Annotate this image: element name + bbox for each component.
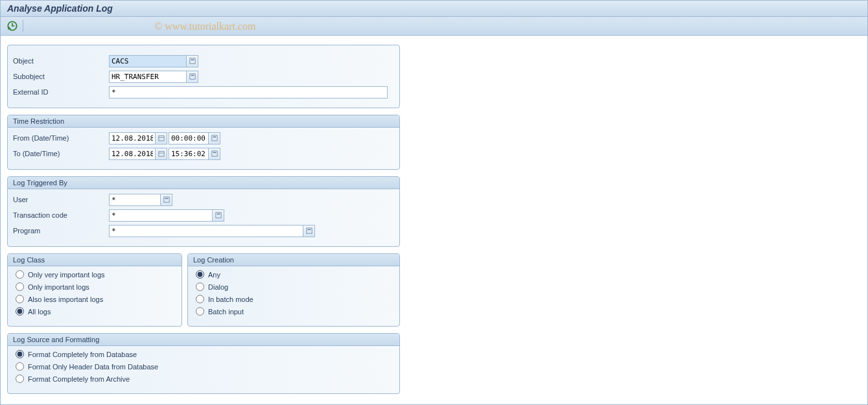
user-label: User — [13, 196, 109, 203]
toolbar-separator — [23, 20, 23, 32]
svg-rect-11 — [211, 151, 217, 156]
log-class-opt3-radio[interactable] — [16, 295, 24, 303]
execute-icon — [6, 20, 18, 32]
log-creation-opt2-label[interactable]: Dialog — [208, 283, 228, 291]
log-class-opt1-label[interactable]: Only very important logs — [28, 271, 105, 279]
tcode-input[interactable] — [109, 209, 213, 222]
from-date-f4-button[interactable] — [156, 132, 167, 145]
log-class-opt3-label[interactable]: Also less important logs — [28, 295, 103, 303]
log-source-opt2-label[interactable]: Format Only Header Data from Database — [28, 363, 158, 371]
execute-button[interactable] — [6, 19, 19, 32]
log-source-group: Log Source and Formatting Format Complet… — [7, 333, 400, 394]
log-triggered-group: Log Triggered By User Transaction code — [7, 176, 400, 247]
svg-rect-9 — [158, 152, 163, 157]
log-creation-opt3-radio[interactable] — [196, 295, 204, 303]
from-label: From (Date/Time) — [13, 134, 109, 142]
log-class-opt1-radio[interactable] — [16, 270, 24, 279]
svg-rect-13 — [163, 197, 169, 202]
program-label: Program — [13, 227, 109, 235]
log-creation-opt2-radio[interactable] — [196, 283, 204, 291]
log-creation-opt3-label[interactable]: In batch mode — [208, 295, 253, 303]
from-time-f4-button[interactable] — [209, 132, 220, 145]
log-source-opt2-radio[interactable] — [16, 362, 24, 371]
log-creation-group: Log Creation Any Dialog In batch mode — [187, 253, 400, 327]
svg-rect-1 — [189, 58, 194, 64]
object-input[interactable] — [109, 55, 187, 67]
toolbar — [1, 17, 867, 36]
log-source-opt3-radio[interactable] — [16, 375, 24, 383]
tcode-f4-button[interactable] — [213, 209, 224, 222]
log-source-opt3-label[interactable]: Format Completely from Archive — [28, 375, 130, 383]
log-class-opt2-radio[interactable] — [16, 283, 24, 291]
f4-icon — [211, 150, 218, 157]
object-label: Object — [13, 57, 109, 65]
window-title: Analyse Application Log — [7, 3, 113, 14]
log-creation-opt1-radio[interactable] — [196, 270, 204, 279]
log-triggered-title: Log Triggered By — [8, 177, 399, 189]
svg-rect-12 — [213, 152, 216, 154]
to-time-f4-button[interactable] — [209, 148, 220, 160]
program-f4-button[interactable] — [303, 225, 315, 237]
svg-rect-4 — [191, 75, 194, 76]
log-source-opt1-label[interactable]: Format Completely from Database — [28, 351, 137, 358]
calendar-icon — [158, 150, 165, 157]
log-creation-opt4-label[interactable]: Batch input — [208, 308, 244, 316]
object-f4-button[interactable] — [187, 55, 198, 67]
log-source-opt1-radio[interactable] — [16, 350, 24, 358]
f4-icon — [211, 135, 218, 141]
user-input[interactable] — [109, 194, 161, 206]
selection-group: Object Subobject — [7, 45, 400, 108]
to-date-f4-button[interactable] — [156, 148, 167, 160]
app-window: Analyse Application Log Object — [0, 0, 868, 405]
svg-rect-18 — [307, 229, 311, 231]
external-id-input[interactable] — [109, 86, 388, 98]
time-restriction-title: Time Restriction — [8, 115, 399, 128]
external-id-label: External ID — [13, 88, 109, 96]
f4-icon — [163, 196, 170, 203]
to-label: To (Date/Time) — [13, 150, 109, 157]
content-area: Object Subobject — [1, 36, 867, 405]
subobject-f4-button[interactable] — [187, 71, 198, 83]
from-time-input[interactable] — [169, 132, 209, 145]
log-creation-title: Log Creation — [188, 254, 399, 266]
f4-icon — [189, 58, 196, 64]
svg-rect-14 — [165, 198, 168, 200]
log-class-opt4-radio[interactable] — [16, 307, 24, 316]
svg-rect-2 — [191, 60, 194, 61]
to-date-input[interactable] — [109, 148, 156, 160]
log-class-group: Log Class Only very important logs Only … — [7, 253, 182, 327]
svg-rect-5 — [158, 136, 163, 141]
subobject-label: Subobject — [13, 73, 109, 80]
user-f4-button[interactable] — [161, 194, 172, 206]
log-source-title: Log Source and Formatting — [8, 334, 399, 346]
title-bar: Analyse Application Log — [1, 1, 867, 17]
log-creation-opt1-label[interactable]: Any — [208, 271, 220, 279]
subobject-input[interactable] — [109, 71, 187, 83]
to-time-input[interactable] — [169, 148, 209, 160]
log-class-title: Log Class — [8, 254, 182, 266]
program-input[interactable] — [109, 225, 303, 237]
tcode-label: Transaction code — [13, 211, 109, 219]
log-class-opt4-label[interactable]: All logs — [28, 308, 51, 316]
f4-icon — [215, 212, 222, 218]
calendar-icon — [158, 135, 165, 141]
svg-rect-7 — [211, 135, 217, 141]
svg-rect-15 — [215, 213, 220, 218]
log-creation-opt4-radio[interactable] — [196, 307, 204, 316]
svg-rect-3 — [189, 74, 194, 79]
time-restriction-group: Time Restriction From (Date/Time) — [7, 115, 400, 170]
two-column-row: Log Class Only very important logs Only … — [7, 253, 861, 333]
svg-rect-17 — [306, 228, 311, 233]
f4-icon — [189, 73, 196, 80]
from-date-input[interactable] — [109, 132, 156, 145]
svg-rect-8 — [213, 137, 216, 138]
log-class-opt2-label[interactable]: Only important logs — [28, 283, 89, 291]
svg-rect-16 — [217, 214, 220, 215]
f4-icon — [306, 227, 312, 234]
